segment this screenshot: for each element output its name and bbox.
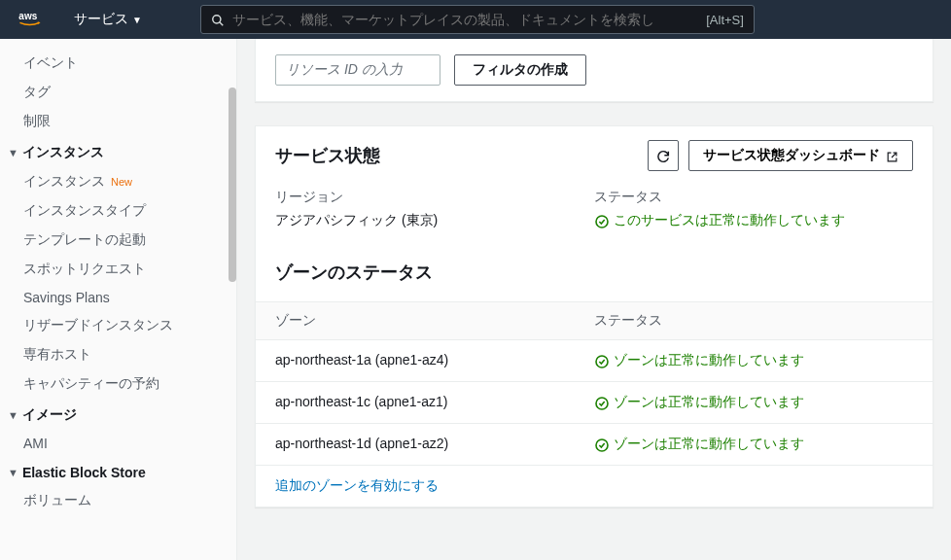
search-hint: [Alt+S] (706, 13, 744, 27)
svg-line-3 (892, 153, 897, 158)
zone-row: ap-northeast-1a (apne1-az4) ゾーンは正常に動作してい… (256, 340, 933, 382)
enable-additional-zones-link[interactable]: 追加のゾーンを有効にする (275, 477, 439, 493)
svg-text:aws: aws (18, 11, 37, 21)
sidebar-item-label: キャパシティーの予約 (23, 375, 159, 393)
zone-name: ap-northeast-1a (apne1-az4) (275, 352, 594, 369)
filter-panel: リソース ID の入力 フィルタの作成 (255, 39, 933, 102)
check-circle-icon (594, 394, 610, 410)
zone-status-text: ゾーンは正常に動作しています (614, 436, 804, 453)
sidebar-item-capacity-reservations[interactable]: キャパシティーの予約 (0, 369, 236, 399)
input-placeholder: リソース ID の入力 (286, 61, 403, 79)
caret-down-icon: ▼ (8, 467, 18, 478)
sidebar-item-events[interactable]: イベント (0, 49, 236, 78)
region-value: アジアパシフィック (東京) (275, 212, 594, 229)
new-badge: New (111, 176, 132, 188)
check-circle-icon (594, 352, 610, 368)
external-link-icon (886, 148, 898, 163)
sidebar-item-label: 専有ホスト (23, 346, 91, 364)
sidebar: イベント タグ 制限 ▼ インスタンス インスタンス New インスタンスタイプ… (0, 39, 237, 560)
service-health-dashboard-button[interactable]: サービス状態ダッシュボード (688, 140, 913, 171)
zone-row: ap-northeast-1c (apne1-az1) ゾーンは正常に動作してい… (256, 382, 933, 424)
services-menu[interactable]: サービス ▼ (74, 11, 142, 28)
check-circle-icon (594, 212, 610, 228)
sidebar-item-label: ボリューム (23, 492, 91, 509)
sidebar-item-label: インスタンス (23, 173, 105, 191)
service-status-ok: このサービスは正常に動作しています (594, 212, 913, 229)
svg-point-1 (213, 16, 221, 23)
create-filter-button[interactable]: フィルタの作成 (454, 54, 586, 86)
zone-footer: 追加のゾーンを有効にする (256, 466, 933, 507)
sidebar-item-savings-plans[interactable]: Savings Plans (0, 284, 236, 311)
region-label: リージョン (275, 189, 594, 206)
chevron-down-icon: ▼ (132, 15, 142, 25)
topbar: aws サービス ▼ [Alt+S] (0, 0, 951, 39)
sidebar-item-reserved-instances[interactable]: リザーブドインスタンス (0, 311, 236, 340)
sidebar-item-spot-requests[interactable]: スポットリクエスト (0, 255, 236, 284)
sidebar-item-instances[interactable]: インスタンス New (0, 167, 236, 196)
sidebar-item-label: Savings Plans (23, 290, 110, 305)
sidebar-item-label: テンプレートの起動 (23, 231, 146, 249)
sidebar-item-instance-types[interactable]: インスタンスタイプ (0, 196, 236, 226)
aws-logo[interactable]: aws (16, 10, 54, 29)
scrollbar-thumb[interactable] (229, 88, 236, 282)
svg-line-2 (220, 22, 224, 26)
sidebar-item-label: イベント (23, 54, 78, 72)
caret-down-icon: ▼ (8, 409, 18, 421)
sidebar-item-dedicated-hosts[interactable]: 専有ホスト (0, 340, 236, 369)
resource-id-input[interactable]: リソース ID の入力 (275, 54, 440, 86)
zone-status-ok: ゾーンは正常に動作しています (594, 436, 913, 453)
sidebar-item-ami[interactable]: AMI (0, 430, 236, 457)
sidebar-item-tags[interactable]: タグ (0, 78, 236, 107)
status-label: ステータス (594, 189, 913, 206)
zone-row: ap-northeast-1d (apne1-az2) ゾーンは正常に動作してい… (256, 424, 933, 466)
sidebar-section-label: Elastic Block Store (22, 465, 146, 480)
zone-status-text: ゾーンは正常に動作しています (614, 394, 804, 411)
sidebar-section-instances[interactable]: ▼ インスタンス (0, 136, 236, 167)
zone-table-header: ゾーン ステータス (256, 301, 933, 340)
refresh-icon (655, 147, 671, 163)
zone-name: ap-northeast-1d (apne1-az2) (275, 436, 594, 453)
sidebar-item-label: AMI (23, 436, 48, 451)
sidebar-section-label: インスタンス (22, 144, 104, 161)
zone-status-title: ゾーンのステータス (256, 247, 933, 301)
sidebar-item-label: インスタンスタイプ (23, 202, 146, 220)
dashboard-label: サービス状態ダッシュボード (703, 147, 880, 164)
service-health-title: サービス状態 (275, 144, 648, 167)
zone-column-header: ゾーン (275, 312, 594, 330)
sidebar-item-label: 制限 (23, 113, 51, 130)
search-wrap[interactable]: [Alt+S] (200, 5, 755, 34)
search-input[interactable] (232, 12, 698, 27)
search-icon (211, 12, 225, 27)
sidebar-item-volumes[interactable]: ボリューム (0, 486, 236, 515)
services-label: サービス (74, 11, 128, 28)
zone-status-text: ゾーンは正常に動作しています (614, 352, 804, 369)
caret-down-icon: ▼ (8, 147, 18, 158)
content-area: リソース ID の入力 フィルタの作成 サービス状態 サービス状態ダッシュボード (237, 39, 951, 560)
zone-name: ap-northeast-1c (apne1-az1) (275, 394, 594, 411)
sidebar-item-launch-templates[interactable]: テンプレートの起動 (0, 226, 236, 255)
sidebar-item-label: タグ (23, 84, 51, 101)
sidebar-section-ebs[interactable]: ▼ Elastic Block Store (0, 457, 236, 486)
sidebar-section-images[interactable]: ▼ イメージ (0, 399, 236, 430)
zone-status-ok: ゾーンは正常に動作しています (594, 352, 913, 369)
sidebar-item-label: スポットリクエスト (23, 261, 146, 278)
check-circle-icon (594, 436, 610, 452)
sidebar-item-label: リザーブドインスタンス (23, 317, 173, 334)
status-column-header: ステータス (594, 312, 913, 330)
sidebar-item-limits[interactable]: 制限 (0, 107, 236, 136)
status-text: このサービスは正常に動作しています (614, 212, 845, 229)
refresh-button[interactable] (648, 140, 679, 171)
service-health-panel: サービス状態 サービス状態ダッシュボード リージョン アジアパシフィック (東京… (255, 125, 933, 508)
sidebar-section-label: イメージ (22, 406, 77, 424)
zone-status-ok: ゾーンは正常に動作しています (594, 394, 913, 411)
